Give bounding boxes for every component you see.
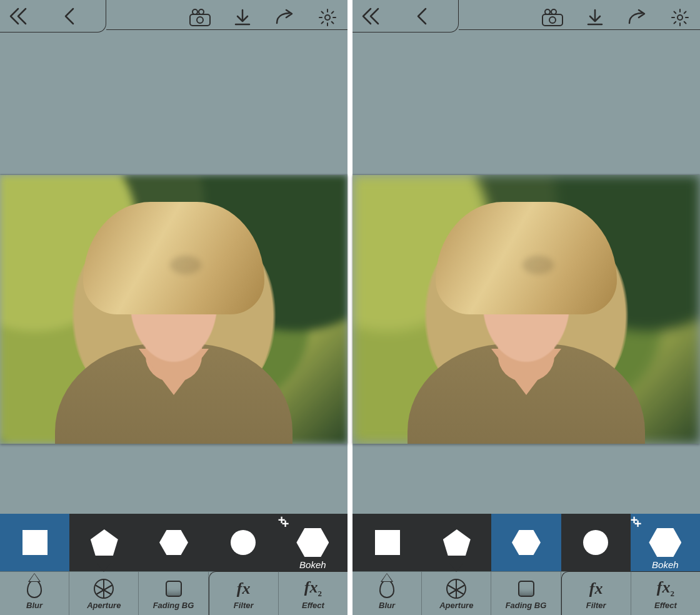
canvas-lower-padding bbox=[352, 444, 700, 514]
share-icon[interactable] bbox=[626, 6, 649, 29]
top-left-group bbox=[352, 0, 459, 32]
gear-icon[interactable] bbox=[669, 6, 691, 29]
top-bar bbox=[352, 0, 700, 32]
shape-square[interactable] bbox=[0, 514, 69, 571]
chevron-left-icon[interactable] bbox=[59, 5, 81, 28]
bokeh-plus-icon: + bbox=[634, 518, 642, 530]
tab-blur[interactable]: Blur bbox=[0, 572, 69, 615]
tab-filter[interactable]: fx Filter bbox=[561, 571, 631, 615]
fade-square-icon bbox=[518, 581, 534, 597]
camera-icon[interactable] bbox=[189, 6, 211, 29]
svg-point-6 bbox=[325, 15, 330, 20]
bokeh-label: Bokeh bbox=[299, 559, 326, 569]
aperture-shape-strip: + Bokeh bbox=[0, 514, 348, 571]
tab-aperture[interactable]: Aperture bbox=[422, 572, 491, 615]
tab-label: Aperture bbox=[87, 601, 121, 610]
share-icon[interactable] bbox=[274, 6, 296, 29]
bokeh-label: Bokeh bbox=[652, 559, 679, 569]
aperture-icon bbox=[446, 579, 466, 599]
top-left-group bbox=[0, 0, 106, 32]
tab-label: Blur bbox=[26, 601, 42, 610]
photo-canvas[interactable] bbox=[352, 175, 700, 444]
tab-aperture[interactable]: Aperture bbox=[69, 572, 139, 615]
tab-filter[interactable]: fx Filter bbox=[209, 571, 279, 615]
top-right-group bbox=[106, 2, 348, 30]
tab-blur[interactable]: Blur bbox=[352, 572, 422, 615]
drop-icon bbox=[379, 579, 394, 598]
tab-fading-bg[interactable]: Fading BG bbox=[491, 572, 561, 615]
double-chevron-left-icon[interactable] bbox=[360, 5, 382, 28]
tab-label: Blur bbox=[379, 601, 395, 610]
shape-hexagon[interactable] bbox=[491, 514, 561, 571]
camera-icon[interactable] bbox=[541, 6, 564, 29]
shape-square[interactable] bbox=[352, 514, 422, 571]
active-pointer-icon bbox=[449, 563, 463, 572]
bokeh-plus-icon: + bbox=[282, 518, 289, 530]
tab-label: Fading BG bbox=[153, 601, 194, 610]
fade-square-icon bbox=[166, 581, 182, 597]
screen-right: + Bokeh Blur Aperture Fading BG bbox=[352, 0, 700, 615]
tab-label: Filter bbox=[234, 601, 254, 610]
svg-point-10 bbox=[551, 9, 556, 14]
aperture-icon bbox=[94, 579, 114, 599]
canvas-upper-padding bbox=[0, 32, 348, 175]
download-icon[interactable] bbox=[584, 6, 606, 29]
shape-bokeh[interactable]: + Bokeh bbox=[631, 514, 700, 571]
tab-fading-bg[interactable]: Fading BG bbox=[139, 572, 208, 615]
tab-label: Effect bbox=[302, 601, 324, 610]
svg-point-9 bbox=[545, 9, 550, 14]
photo-canvas[interactable] bbox=[0, 175, 348, 444]
download-icon[interactable] bbox=[231, 6, 254, 29]
drop-icon bbox=[27, 579, 42, 598]
tab-effect[interactable]: fx2 Effect bbox=[279, 571, 348, 615]
svg-rect-7 bbox=[542, 14, 562, 26]
active-pointer-icon bbox=[97, 563, 111, 572]
svg-point-3 bbox=[199, 9, 204, 14]
tab-label: Effect bbox=[654, 601, 677, 610]
tab-label: Aperture bbox=[439, 601, 473, 610]
tab-effect[interactable]: fx2 Effect bbox=[631, 571, 700, 615]
bottom-tabs: Blur Aperture Fading BG fx Filter fx2 Ef… bbox=[0, 571, 348, 615]
fx2-icon: fx2 bbox=[657, 579, 674, 598]
svg-point-1 bbox=[197, 17, 203, 23]
canvas-upper-padding bbox=[352, 32, 700, 175]
aperture-shape-strip: + Bokeh bbox=[352, 514, 700, 571]
fx-icon: fx bbox=[237, 581, 251, 597]
top-right-group bbox=[459, 2, 700, 30]
tab-label: Filter bbox=[586, 601, 606, 610]
shape-circle[interactable] bbox=[561, 514, 631, 571]
fx2-icon: fx2 bbox=[304, 579, 322, 598]
gear-icon[interactable] bbox=[316, 6, 339, 29]
double-chevron-left-icon[interactable] bbox=[8, 5, 30, 28]
svg-point-2 bbox=[192, 9, 198, 14]
bottom-tabs: Blur Aperture Fading BG fx Filter fx2 Ef… bbox=[352, 571, 700, 615]
tab-label: Fading BG bbox=[506, 601, 547, 610]
fx-icon: fx bbox=[589, 581, 603, 597]
chevron-left-icon[interactable] bbox=[411, 5, 434, 28]
screen-left: + Bokeh Blur Aperture Fading BG bbox=[0, 0, 348, 615]
top-bar bbox=[0, 0, 348, 32]
svg-rect-0 bbox=[190, 14, 210, 26]
shape-bokeh[interactable]: + Bokeh bbox=[278, 514, 348, 571]
canvas-lower-padding bbox=[0, 444, 348, 514]
svg-point-8 bbox=[549, 17, 556, 23]
shape-circle[interactable] bbox=[209, 514, 278, 571]
shape-hexagon[interactable] bbox=[139, 514, 208, 571]
svg-point-13 bbox=[678, 15, 682, 20]
